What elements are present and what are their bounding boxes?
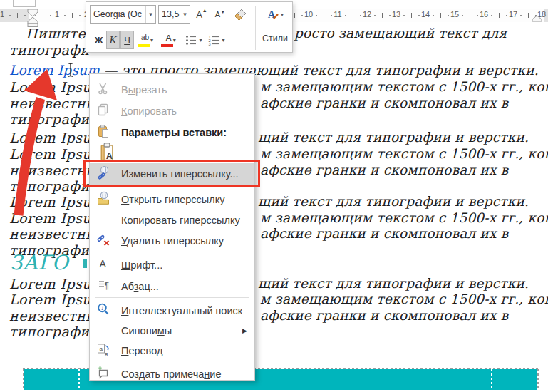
ruler-tick bbox=[433, 15, 434, 16]
menu-item-open-hyperlink[interactable]: Открыть гиперссылку bbox=[90, 190, 254, 210]
ruler-tick bbox=[331, 15, 332, 16]
ruler-tick bbox=[418, 15, 420, 16]
format-painter-icon bbox=[234, 8, 247, 21]
grow-font-button[interactable]: А▲ bbox=[193, 5, 210, 24]
doc-line: неизвестны bbox=[9, 308, 97, 324]
svg-text:a: a bbox=[100, 346, 103, 352]
translate-icon: a я bbox=[95, 342, 112, 359]
paragraph-icon: ¶ bbox=[95, 278, 112, 295]
menu-item-copy-hyperlink[interactable]: Копировать гиперссылку bbox=[90, 210, 254, 230]
table-border-right bbox=[537, 369, 539, 390]
underline-button[interactable]: Ч bbox=[120, 31, 134, 49]
word-editing-area: 112101112131415161718 Пишите росто замещ… bbox=[0, 0, 548, 392]
ruler-tick bbox=[448, 15, 449, 16]
font-size-combo[interactable]: 13,5 ▾ bbox=[158, 5, 190, 24]
doc-line: щий текст для типографии и верстки. bbox=[258, 130, 529, 145]
chevron-down-icon[interactable]: ▾ bbox=[145, 6, 155, 23]
ruler-tick bbox=[353, 13, 353, 18]
highlight-icon: ab bbox=[141, 33, 149, 41]
doc-line: м замещающим текстом с 1500-х гг., когда bbox=[260, 146, 548, 161]
chevron-down-icon: ▾ bbox=[173, 37, 176, 43]
menu-item-cut[interactable]: Вырезать bbox=[90, 80, 254, 100]
ruler-tick bbox=[477, 15, 478, 16]
format-painter-button[interactable] bbox=[230, 5, 250, 24]
font-color-button[interactable]: А ▾ bbox=[160, 31, 182, 49]
copy-icon bbox=[95, 103, 112, 120]
doc-line: м замещающим текстом с 1500-х гг., когда bbox=[260, 292, 548, 306]
doc-heading: ЗАГО bbox=[10, 251, 68, 274]
grow-font-icon: А bbox=[196, 9, 202, 20]
doc-line: афские гранки и скомпоновал их в bbox=[260, 96, 508, 110]
menu-item-copy[interactable]: Копировать bbox=[90, 101, 254, 121]
italic-icon: К bbox=[110, 34, 117, 46]
menu-separator bbox=[95, 297, 249, 298]
toolbar-separator bbox=[255, 6, 256, 50]
ruler-tick bbox=[499, 13, 500, 18]
doc-line: типографи bbox=[9, 42, 90, 58]
doc-line: Lorem Ipsu bbox=[9, 276, 91, 292]
ruler-tick bbox=[360, 15, 361, 16]
ruler-tick bbox=[440, 13, 441, 18]
ruler-tick bbox=[403, 15, 405, 16]
styles-label[interactable]: Стили bbox=[257, 33, 293, 43]
highlight-color-bar bbox=[138, 44, 150, 47]
chevron-down-icon[interactable]: ▾ bbox=[180, 6, 190, 23]
menu-item-synonyms[interactable]: Синонимы ▶ bbox=[90, 321, 254, 341]
bullet-list-icon bbox=[185, 34, 197, 46]
font-name-value: Georgia (Ос bbox=[91, 9, 145, 19]
doc-line: афские гранки и скомпоновал их в bbox=[260, 308, 508, 323]
bold-button[interactable]: Ж bbox=[92, 31, 105, 49]
menu-item-translate[interactable]: a я Перевод bbox=[90, 341, 254, 361]
numbered-list-icon: 123 bbox=[208, 34, 220, 46]
right-indent-marker[interactable] bbox=[532, 15, 542, 22]
bullets-button[interactable]: ▾ bbox=[183, 31, 205, 49]
menu-item-font[interactable]: A Шрифт... bbox=[90, 255, 254, 275]
ruler-mark: 16 bbox=[480, 10, 488, 19]
shrink-font-button[interactable]: А▼ bbox=[212, 5, 229, 24]
chevron-down-icon: ▾ bbox=[281, 11, 284, 18]
highlight-color-button[interactable]: ab ▾ bbox=[136, 31, 158, 49]
ruler-tick bbox=[528, 13, 529, 18]
italic-button[interactable]: К bbox=[106, 31, 120, 49]
font-color-bar bbox=[161, 44, 173, 47]
ribbon-remnant-box bbox=[13, 0, 36, 7]
ruler-tick bbox=[389, 15, 391, 16]
ruler-tick bbox=[462, 15, 463, 16]
ruler-tick bbox=[470, 13, 470, 18]
paste-keep-text-icon: A bbox=[98, 142, 116, 162]
doc-line: афские гранки и скомпоновал их в bbox=[260, 226, 508, 241]
globe-folder-icon bbox=[95, 191, 112, 208]
annotation-arrow bbox=[6, 63, 66, 221]
scissors-icon bbox=[95, 81, 112, 98]
ruler-tick bbox=[324, 13, 324, 18]
submenu-arrow-icon: ▶ bbox=[242, 327, 247, 334]
ruler-mark: 10 bbox=[304, 10, 313, 19]
svg-text:3: 3 bbox=[209, 41, 211, 46]
menu-item-new-comment[interactable]: Создать примечание bbox=[90, 364, 254, 384]
ruler-mark: 15 bbox=[450, 10, 459, 19]
ruler-mark: 1 bbox=[55, 10, 59, 19]
menu-item-smart-lookup[interactable]: i Интеллектуальный поиск bbox=[90, 301, 254, 321]
table-gridline bbox=[78, 369, 80, 390]
table-border-left bbox=[23, 369, 24, 390]
ruler-tick bbox=[72, 13, 73, 18]
menu-item-remove-hyperlink[interactable]: Удалить гиперссылку bbox=[90, 231, 254, 251]
menu-item-paragraph[interactable]: ¶ Абзац... bbox=[90, 277, 254, 296]
styles-gallery-button[interactable]: A ▾ bbox=[259, 5, 291, 24]
ruler-tick bbox=[345, 15, 346, 16]
doc-line: Пишите bbox=[26, 26, 86, 41]
ruler-tick bbox=[506, 15, 507, 16]
numbering-button[interactable]: 123 ▾ bbox=[206, 31, 227, 49]
ruler-tick bbox=[411, 13, 412, 18]
new-comment-icon bbox=[95, 366, 112, 383]
menu-separator bbox=[95, 252, 249, 252]
font-name-combo[interactable]: Georgia (Ос ▾ bbox=[90, 5, 156, 24]
ruler-tick bbox=[491, 15, 492, 16]
mini-toolbar: Georgia (Ос ▾ 13,5 ▾ А▲ А▼ A ▾ bbox=[86, 1, 293, 53]
doc-line: м замещающим текстом с 1500-х гг., когда bbox=[260, 210, 548, 225]
indent-markers[interactable] bbox=[26, 9, 39, 27]
doc-line: типографи bbox=[9, 324, 90, 339]
ruler-tick bbox=[64, 15, 66, 16]
doc-line: Lorem Ipsu bbox=[9, 292, 91, 307]
ruler-mark: 14 bbox=[421, 10, 430, 19]
